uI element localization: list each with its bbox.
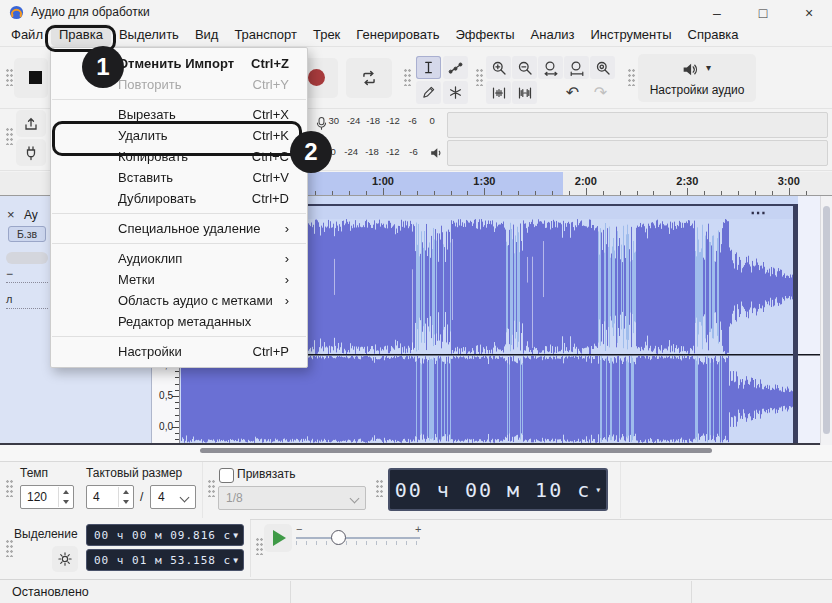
tempo-spinner[interactable] — [58, 487, 72, 507]
zoom-out-button[interactable] — [512, 56, 537, 79]
time-toolbar-grip[interactable] — [376, 480, 383, 497]
close-icon[interactable]: × — [786, 0, 832, 26]
title-bar: Аудио для обработки – □ × — [0, 0, 832, 24]
menubar-item-analyze[interactable]: Анализ — [523, 24, 583, 46]
timeline-label: 3:00 — [778, 175, 800, 187]
vertical-ruler-tick — [175, 439, 179, 440]
vertical-ruler-tick — [172, 396, 179, 397]
playback-meter-scale: 30-24-18-12-6 — [320, 146, 424, 157]
fit-project-button[interactable] — [564, 56, 589, 79]
tempo-input[interactable]: 120 — [20, 485, 74, 509]
vertical-scrollbar[interactable] — [820, 196, 832, 445]
menubar-item-tools[interactable]: Инструменты — [583, 24, 680, 46]
gain-slider[interactable] — [6, 282, 48, 283]
track-name[interactable]: Ау — [24, 208, 38, 222]
play-speed-slider-thumb[interactable] — [331, 530, 346, 545]
play-speed-toolbar-grip[interactable] — [256, 538, 263, 555]
menubar-item-transport[interactable]: Транспорт — [226, 24, 305, 46]
selection-options-button[interactable] — [52, 546, 78, 572]
loop-button[interactable] — [346, 58, 392, 98]
menubar-item-select[interactable]: Выделить — [111, 24, 187, 46]
track-close-icon[interactable]: × — [7, 207, 15, 222]
audio-setup-toolbar-grip[interactable] — [628, 69, 635, 86]
menubar-item-track[interactable]: Трек — [305, 24, 348, 46]
menubar-item-help[interactable]: Справка — [680, 24, 747, 46]
horizontal-scrollbar-thumb[interactable] — [200, 448, 712, 453]
stop-button[interactable] — [14, 58, 48, 98]
menu-item-special-removal[interactable]: Специальное удаление› — [51, 218, 307, 239]
playback-meter[interactable] — [447, 140, 828, 166]
record-scale-value: -24 — [344, 115, 364, 126]
silence-audio-button[interactable] — [512, 81, 537, 104]
timeline-tick — [417, 191, 418, 195]
snapping-toolbar-grip[interactable] — [208, 480, 215, 497]
time-display[interactable]: 00 ч 00 м 10 с ▾ — [388, 468, 608, 511]
menu-item-delete[interactable]: УдалитьCtrl+K — [51, 125, 307, 146]
menu-item-copy[interactable]: КопироватьCtrl+C — [51, 146, 307, 167]
menubar-item-file[interactable]: Файл — [3, 24, 51, 46]
time-signature-upper-input[interactable]: 4 — [86, 485, 134, 509]
minimize-icon[interactable]: – — [694, 0, 740, 26]
menu-item-label: Метки — [118, 272, 285, 287]
audio-setup-button[interactable]: ▾ Настройки аудио — [638, 54, 756, 102]
timeline-tick — [349, 191, 350, 195]
horizontal-scrollbar[interactable] — [0, 445, 832, 461]
selection-start-field[interactable]: 00 ч 00 м 09.816 с ▼ — [86, 524, 244, 546]
field-caret-icon[interactable]: ▼ — [233, 531, 238, 540]
record-scale-value: -6 — [403, 115, 423, 126]
record-meter[interactable] — [447, 112, 828, 138]
field-caret-icon[interactable]: ▼ — [233, 556, 238, 565]
time-signature-lower-select[interactable]: 4 — [150, 485, 196, 509]
zoom-in-button[interactable] — [486, 56, 511, 79]
envelope-tool-button[interactable] — [443, 56, 468, 79]
transport-toolbar-grip[interactable] — [6, 69, 13, 86]
selection-tool-button[interactable] — [416, 56, 441, 79]
vertical-scrollbar-thumb[interactable] — [823, 206, 830, 434]
menu-item-duplicate[interactable]: ДублироватьCtrl+D — [51, 188, 307, 209]
trim-audio-button[interactable] — [486, 81, 511, 104]
mute-button[interactable]: Б.зв — [8, 226, 46, 242]
menu-bar: ФайлПравкаВыделитьВидТранспортТрекГенери… — [0, 24, 832, 46]
draw-tool-button[interactable] — [416, 81, 441, 104]
menu-item-labeled-audio[interactable]: Область аудио с метками› — [51, 290, 307, 311]
edit-toolbar-grip[interactable] — [476, 69, 483, 86]
step-badge-2: 2 — [290, 131, 332, 173]
menubar-item-view[interactable]: Вид — [187, 24, 227, 46]
menu-item-paste[interactable]: ВставитьCtrl+V — [51, 167, 307, 188]
pan-slider[interactable] — [6, 308, 48, 309]
redo-button[interactable]: ↷ — [588, 81, 613, 104]
selection-label: Выделение — [14, 527, 78, 541]
snap-checkbox[interactable] — [219, 468, 234, 483]
menu-item-label: Редактор метаданных — [118, 314, 289, 329]
fit-selection-button[interactable] — [538, 56, 563, 79]
multi-tool-button[interactable] — [443, 81, 468, 104]
clip-menu-icon[interactable]: ⋯ — [750, 203, 768, 222]
menu-item-audio-clip[interactable]: Аудиоклип› — [51, 248, 307, 269]
share-toolbar-grip[interactable] — [6, 128, 13, 145]
menu-item-label: Удалить — [118, 128, 253, 143]
menubar-item-generate[interactable]: Генерировать — [348, 24, 447, 46]
snap-interval-select[interactable]: 1/8 — [218, 486, 366, 510]
time-signature-toolbar-grip[interactable] — [6, 480, 13, 497]
menu-item-preferences[interactable]: НастройкиCtrl+P — [51, 341, 307, 362]
time-display-caret-icon[interactable]: ▾ — [595, 484, 601, 495]
time-signature-spinner[interactable] — [118, 487, 132, 507]
maximize-icon[interactable]: □ — [740, 0, 786, 26]
zoom-toggle-button[interactable] — [590, 56, 615, 79]
timeline-tick — [620, 191, 621, 195]
audio-device-button[interactable] — [16, 139, 46, 166]
play-speed-slider-track[interactable] — [296, 537, 420, 539]
play-at-speed-button[interactable] — [264, 524, 292, 552]
menu-item-labels[interactable]: Метки› — [51, 269, 307, 290]
selection-end-field[interactable]: 00 ч 01 м 53.158 с ▼ — [86, 549, 244, 571]
menubar-item-effects[interactable]: Эффекты — [448, 24, 523, 46]
menubar-item-edit[interactable]: Правка — [51, 24, 111, 46]
tools-toolbar-grip[interactable] — [404, 69, 411, 86]
menu-separator — [52, 99, 306, 100]
menu-item-cut[interactable]: ВырезатьCtrl+X — [51, 104, 307, 125]
share-audio-button[interactable] — [16, 110, 46, 137]
selection-toolbar-grip[interactable] — [6, 540, 13, 557]
effects-button[interactable] — [6, 252, 48, 264]
menu-item-metadata-editor[interactable]: Редактор метаданных — [51, 311, 307, 332]
undo-button[interactable]: ↶ — [560, 81, 585, 104]
